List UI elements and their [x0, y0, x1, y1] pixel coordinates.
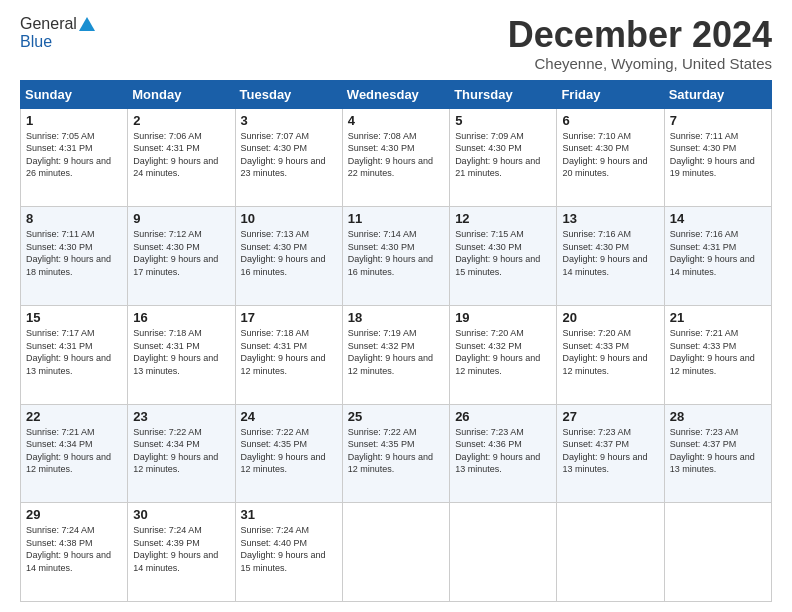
day-info: Sunrise: 7:23 AMSunset: 4:36 PMDaylight:…: [455, 426, 551, 476]
column-header-wednesday: Wednesday: [342, 80, 449, 108]
day-info: Sunrise: 7:20 AMSunset: 4:32 PMDaylight:…: [455, 327, 551, 377]
day-number: 13: [562, 211, 658, 226]
calendar-cell: 24Sunrise: 7:22 AMSunset: 4:35 PMDayligh…: [235, 404, 342, 503]
day-info: Sunrise: 7:05 AMSunset: 4:31 PMDaylight:…: [26, 130, 122, 180]
calendar-cell: [664, 503, 771, 602]
day-info: Sunrise: 7:21 AMSunset: 4:34 PMDaylight:…: [26, 426, 122, 476]
day-info: Sunrise: 7:24 AMSunset: 4:38 PMDaylight:…: [26, 524, 122, 574]
calendar-week-row: 1Sunrise: 7:05 AMSunset: 4:31 PMDaylight…: [21, 108, 772, 207]
day-number: 1: [26, 113, 122, 128]
calendar-cell: 9Sunrise: 7:12 AMSunset: 4:30 PMDaylight…: [128, 207, 235, 306]
day-number: 27: [562, 409, 658, 424]
calendar-cell: 16Sunrise: 7:18 AMSunset: 4:31 PMDayligh…: [128, 305, 235, 404]
day-info: Sunrise: 7:20 AMSunset: 4:33 PMDaylight:…: [562, 327, 658, 377]
day-info: Sunrise: 7:18 AMSunset: 4:31 PMDaylight:…: [241, 327, 337, 377]
day-number: 11: [348, 211, 444, 226]
day-info: Sunrise: 7:11 AMSunset: 4:30 PMDaylight:…: [26, 228, 122, 278]
day-info: Sunrise: 7:16 AMSunset: 4:30 PMDaylight:…: [562, 228, 658, 278]
day-number: 18: [348, 310, 444, 325]
calendar-cell: 21Sunrise: 7:21 AMSunset: 4:33 PMDayligh…: [664, 305, 771, 404]
day-number: 14: [670, 211, 766, 226]
calendar-cell: 12Sunrise: 7:15 AMSunset: 4:30 PMDayligh…: [450, 207, 557, 306]
day-number: 21: [670, 310, 766, 325]
calendar-cell: 23Sunrise: 7:22 AMSunset: 4:34 PMDayligh…: [128, 404, 235, 503]
calendar-cell: [557, 503, 664, 602]
calendar-cell: 8Sunrise: 7:11 AMSunset: 4:30 PMDaylight…: [21, 207, 128, 306]
day-number: 25: [348, 409, 444, 424]
day-info: Sunrise: 7:07 AMSunset: 4:30 PMDaylight:…: [241, 130, 337, 180]
day-info: Sunrise: 7:22 AMSunset: 4:35 PMDaylight:…: [241, 426, 337, 476]
day-number: 28: [670, 409, 766, 424]
calendar-cell: 20Sunrise: 7:20 AMSunset: 4:33 PMDayligh…: [557, 305, 664, 404]
logo-triangle-icon: [79, 17, 95, 31]
column-header-tuesday: Tuesday: [235, 80, 342, 108]
day-number: 19: [455, 310, 551, 325]
calendar-cell: 11Sunrise: 7:14 AMSunset: 4:30 PMDayligh…: [342, 207, 449, 306]
day-number: 31: [241, 507, 337, 522]
calendar-cell: 10Sunrise: 7:13 AMSunset: 4:30 PMDayligh…: [235, 207, 342, 306]
day-number: 5: [455, 113, 551, 128]
day-info: Sunrise: 7:10 AMSunset: 4:30 PMDaylight:…: [562, 130, 658, 180]
calendar-cell: [450, 503, 557, 602]
logo: General Blue: [20, 15, 95, 51]
day-number: 30: [133, 507, 229, 522]
calendar-week-row: 15Sunrise: 7:17 AMSunset: 4:31 PMDayligh…: [21, 305, 772, 404]
day-info: Sunrise: 7:23 AMSunset: 4:37 PMDaylight:…: [670, 426, 766, 476]
calendar-cell: 4Sunrise: 7:08 AMSunset: 4:30 PMDaylight…: [342, 108, 449, 207]
day-info: Sunrise: 7:17 AMSunset: 4:31 PMDaylight:…: [26, 327, 122, 377]
calendar-week-row: 29Sunrise: 7:24 AMSunset: 4:38 PMDayligh…: [21, 503, 772, 602]
month-title: December 2024: [508, 15, 772, 55]
day-number: 2: [133, 113, 229, 128]
calendar-cell: 28Sunrise: 7:23 AMSunset: 4:37 PMDayligh…: [664, 404, 771, 503]
day-info: Sunrise: 7:23 AMSunset: 4:37 PMDaylight:…: [562, 426, 658, 476]
day-number: 22: [26, 409, 122, 424]
calendar-week-row: 22Sunrise: 7:21 AMSunset: 4:34 PMDayligh…: [21, 404, 772, 503]
calendar-cell: 15Sunrise: 7:17 AMSunset: 4:31 PMDayligh…: [21, 305, 128, 404]
calendar-cell: 2Sunrise: 7:06 AMSunset: 4:31 PMDaylight…: [128, 108, 235, 207]
day-number: 7: [670, 113, 766, 128]
day-number: 24: [241, 409, 337, 424]
day-number: 29: [26, 507, 122, 522]
column-header-thursday: Thursday: [450, 80, 557, 108]
day-number: 16: [133, 310, 229, 325]
title-block: December 2024 Cheyenne, Wyoming, United …: [508, 15, 772, 72]
logo-blue-text: Blue: [20, 33, 52, 51]
day-info: Sunrise: 7:22 AMSunset: 4:34 PMDaylight:…: [133, 426, 229, 476]
calendar-cell: 22Sunrise: 7:21 AMSunset: 4:34 PMDayligh…: [21, 404, 128, 503]
day-number: 10: [241, 211, 337, 226]
calendar-cell: 1Sunrise: 7:05 AMSunset: 4:31 PMDaylight…: [21, 108, 128, 207]
calendar-cell: [342, 503, 449, 602]
day-info: Sunrise: 7:09 AMSunset: 4:30 PMDaylight:…: [455, 130, 551, 180]
header: General Blue December 2024 Cheyenne, Wyo…: [20, 15, 772, 72]
day-info: Sunrise: 7:12 AMSunset: 4:30 PMDaylight:…: [133, 228, 229, 278]
day-info: Sunrise: 7:19 AMSunset: 4:32 PMDaylight:…: [348, 327, 444, 377]
calendar-table: SundayMondayTuesdayWednesdayThursdayFrid…: [20, 80, 772, 602]
calendar-cell: 6Sunrise: 7:10 AMSunset: 4:30 PMDaylight…: [557, 108, 664, 207]
day-number: 6: [562, 113, 658, 128]
column-header-monday: Monday: [128, 80, 235, 108]
column-header-sunday: Sunday: [21, 80, 128, 108]
calendar-cell: 18Sunrise: 7:19 AMSunset: 4:32 PMDayligh…: [342, 305, 449, 404]
day-number: 15: [26, 310, 122, 325]
column-header-friday: Friday: [557, 80, 664, 108]
day-number: 26: [455, 409, 551, 424]
day-number: 23: [133, 409, 229, 424]
calendar-cell: 19Sunrise: 7:20 AMSunset: 4:32 PMDayligh…: [450, 305, 557, 404]
calendar-week-row: 8Sunrise: 7:11 AMSunset: 4:30 PMDaylight…: [21, 207, 772, 306]
calendar-cell: 5Sunrise: 7:09 AMSunset: 4:30 PMDaylight…: [450, 108, 557, 207]
logo-general-text: General: [20, 15, 77, 33]
day-info: Sunrise: 7:08 AMSunset: 4:30 PMDaylight:…: [348, 130, 444, 180]
calendar-cell: 29Sunrise: 7:24 AMSunset: 4:38 PMDayligh…: [21, 503, 128, 602]
calendar-cell: 31Sunrise: 7:24 AMSunset: 4:40 PMDayligh…: [235, 503, 342, 602]
calendar-cell: 7Sunrise: 7:11 AMSunset: 4:30 PMDaylight…: [664, 108, 771, 207]
day-number: 4: [348, 113, 444, 128]
day-info: Sunrise: 7:16 AMSunset: 4:31 PMDaylight:…: [670, 228, 766, 278]
day-info: Sunrise: 7:22 AMSunset: 4:35 PMDaylight:…: [348, 426, 444, 476]
day-info: Sunrise: 7:06 AMSunset: 4:31 PMDaylight:…: [133, 130, 229, 180]
page: General Blue December 2024 Cheyenne, Wyo…: [0, 0, 792, 612]
day-number: 12: [455, 211, 551, 226]
day-number: 20: [562, 310, 658, 325]
location-subtitle: Cheyenne, Wyoming, United States: [508, 55, 772, 72]
calendar-cell: 25Sunrise: 7:22 AMSunset: 4:35 PMDayligh…: [342, 404, 449, 503]
calendar-cell: 17Sunrise: 7:18 AMSunset: 4:31 PMDayligh…: [235, 305, 342, 404]
